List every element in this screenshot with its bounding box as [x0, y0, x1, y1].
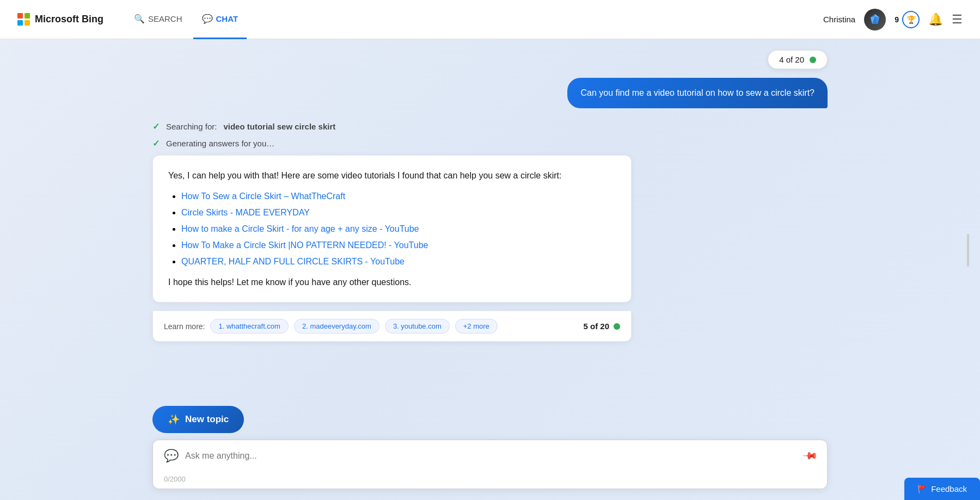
pin-icon[interactable]: 📌: [801, 447, 818, 464]
avatar-inner: [864, 9, 886, 30]
nav-chat-label: CHAT: [216, 14, 238, 23]
nav: 🔍 SEARCH 💬 CHAT: [125, 0, 823, 39]
new-topic-label: New topic: [185, 414, 229, 425]
counter-4-container: 4 of 20: [152, 50, 828, 69]
ai-link-1[interactable]: How To Sew a Circle Skirt – WhatTheCraft: [181, 192, 345, 201]
search-icon: 🔍: [134, 14, 145, 24]
source-chip-1[interactable]: 1. whatthecraft.com: [210, 319, 288, 334]
ai-response-card: Yes, I can help you with that! Here are …: [152, 155, 632, 303]
ai-links-list: How To Sew a Circle Skirt – WhatTheCraft…: [168, 192, 616, 267]
list-item: How To Sew a Circle Skirt – WhatTheCraft: [181, 192, 616, 201]
user-message: Can you find me a video tutorial on how …: [152, 78, 828, 108]
ai-link-4[interactable]: How To Make a Circle Skirt |NO PATTERN N…: [181, 240, 428, 250]
counter-5-container: 5 of 20: [583, 322, 620, 331]
bell-icon[interactable]: 🔔: [928, 13, 943, 27]
logo[interactable]: Microsoft Bing: [17, 13, 103, 26]
chat-input-icon: 💬: [164, 449, 179, 463]
list-item: How To Make a Circle Skirt |NO PATTERN N…: [181, 240, 616, 250]
status-generating-text: Generating answers for you…: [166, 139, 274, 148]
nav-search-label: SEARCH: [148, 14, 182, 23]
status-searching-prefix: Searching for:: [166, 122, 217, 131]
new-topic-button[interactable]: ✨ New topic: [152, 406, 244, 433]
char-counter: 0/2000: [153, 472, 827, 489]
learn-more-bar: Learn more: 1. whatthecraft.com 2. madee…: [152, 311, 632, 342]
avatar-gem-icon: [868, 13, 881, 26]
input-container: 💬 📌 0/2000: [152, 440, 828, 489]
learn-more-label: Learn more:: [164, 322, 205, 331]
logo-text: Microsoft Bing: [35, 14, 103, 25]
source-chip-2[interactable]: 2. madeeveryday.com: [294, 319, 379, 334]
list-item: QUARTER, HALF AND FULL CIRCLE SKIRTS - Y…: [181, 257, 616, 267]
nav-chat[interactable]: 💬 CHAT: [193, 0, 247, 39]
points-badge[interactable]: 9 🏆: [895, 11, 920, 28]
logo-sq-red: [17, 13, 23, 18]
input-area: ✨ New topic 💬 📌 0/2000: [0, 397, 980, 500]
scroll-indicator: [967, 234, 969, 267]
header: Microsoft Bing 🔍 SEARCH 💬 CHAT Christina: [0, 0, 980, 39]
logo-sq-yellow: [24, 20, 30, 26]
status-searching-line: ✓ Searching for: video tutorial sew circ…: [152, 121, 828, 132]
counter-5-text: 5 of 20: [583, 322, 609, 331]
ai-intro-text: Yes, I can help you with that! Here are …: [168, 169, 616, 183]
list-item: How to make a Circle Skirt - for any age…: [181, 224, 616, 234]
points-count: 9: [895, 15, 899, 24]
avatar[interactable]: [864, 9, 886, 30]
source-chip-3[interactable]: 3. youtube.com: [385, 319, 450, 334]
new-topic-icon: ✨: [168, 413, 180, 425]
counter-4-text: 4 of 20: [779, 55, 804, 64]
chat-nav-icon: 💬: [202, 14, 213, 24]
status-searching-bold: video tutorial sew circle skirt: [223, 122, 335, 131]
feedback-flag-icon: 🚩: [917, 485, 927, 493]
green-dot-4: [810, 57, 816, 63]
feedback-label: Feedback: [931, 484, 967, 493]
list-item: Circle Skirts - MADE EVERYDAY: [181, 208, 616, 218]
input-row: 💬 📌: [153, 440, 827, 472]
header-right: Christina 9 🏆 🔔 ☰: [823, 9, 963, 30]
feedback-button[interactable]: 🚩 Feedback: [904, 478, 980, 500]
ai-link-2[interactable]: Circle Skirts - MADE EVERYDAY: [181, 208, 310, 217]
menu-icon[interactable]: ☰: [952, 13, 963, 27]
user-bubble: Can you find me a video tutorial on how …: [567, 78, 828, 108]
counter-4-badge: 4 of 20: [768, 50, 828, 69]
logo-sq-blue: [17, 20, 23, 26]
check-icon-1: ✓: [152, 121, 160, 132]
logo-squares: [17, 13, 30, 26]
ai-link-3[interactable]: How to make a Circle Skirt - for any age…: [181, 224, 419, 233]
logo-sq-green: [24, 13, 30, 18]
user-message-text: Can you find me a video tutorial on how …: [580, 88, 814, 97]
more-chip[interactable]: +2 more: [455, 319, 498, 334]
green-dot-5: [614, 323, 620, 330]
user-name: Christina: [823, 15, 855, 24]
check-icon-2: ✓: [152, 138, 160, 149]
chat-input[interactable]: [185, 451, 798, 461]
trophy-icon[interactable]: 🏆: [902, 11, 920, 28]
status-generating-line: ✓ Generating answers for you…: [152, 138, 828, 149]
ai-outro-text: I hope this helps! Let me know if you ha…: [168, 275, 616, 289]
nav-search[interactable]: 🔍 SEARCH: [125, 0, 191, 39]
ai-link-5[interactable]: QUARTER, HALF AND FULL CIRCLE SKIRTS - Y…: [181, 257, 405, 266]
